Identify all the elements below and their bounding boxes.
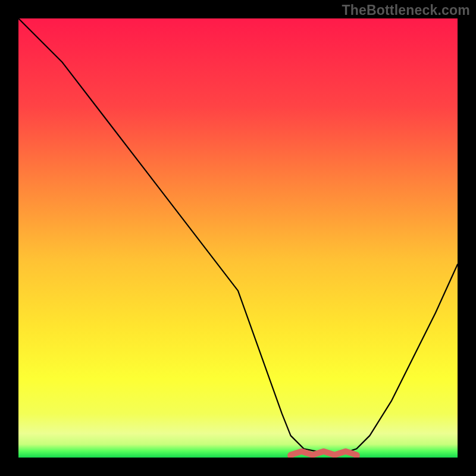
watermark-text: TheBottleneck.com: [342, 2, 470, 18]
optimal-marker: [291, 452, 357, 455]
chart-svg: [18, 18, 458, 458]
gradient-background: [18, 18, 458, 458]
chart-frame: TheBottleneck.com: [0, 0, 476, 476]
plot-area: [18, 18, 458, 458]
